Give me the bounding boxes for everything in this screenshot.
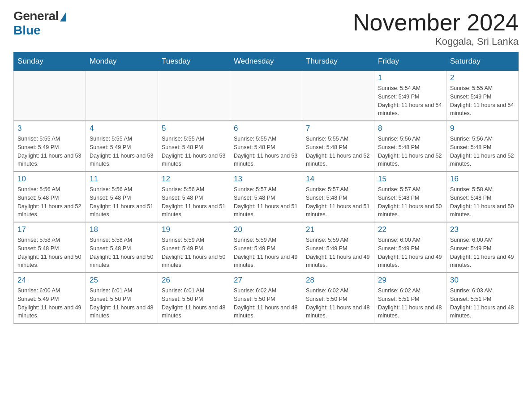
day-number: 4 xyxy=(90,124,154,133)
calendar-day-cell xyxy=(302,71,374,121)
calendar-day-cell: 14Sunrise: 5:57 AM Sunset: 5:48 PM Dayli… xyxy=(302,171,374,222)
calendar-day-cell: 19Sunrise: 5:59 AM Sunset: 5:49 PM Dayli… xyxy=(158,222,230,273)
day-number: 29 xyxy=(378,276,442,285)
calendar-day-cell: 17Sunrise: 5:58 AM Sunset: 5:48 PM Dayli… xyxy=(14,222,86,273)
weekday-header: Friday xyxy=(374,52,446,71)
day-info: Sunrise: 5:55 AM Sunset: 5:48 PM Dayligh… xyxy=(306,135,370,168)
calendar-day-cell: 15Sunrise: 5:57 AM Sunset: 5:48 PM Dayli… xyxy=(374,171,446,222)
day-info: Sunrise: 6:00 AM Sunset: 5:49 PM Dayligh… xyxy=(450,236,515,270)
day-number: 18 xyxy=(90,225,154,234)
day-info: Sunrise: 6:03 AM Sunset: 5:51 PM Dayligh… xyxy=(450,287,515,320)
day-info: Sunrise: 5:55 AM Sunset: 5:49 PM Dayligh… xyxy=(450,84,515,118)
day-number: 11 xyxy=(90,175,154,184)
page-header: General Blue November 2024 Koggala, Sri … xyxy=(13,9,519,47)
day-number: 19 xyxy=(162,225,226,234)
calendar-week-row: 24Sunrise: 6:00 AM Sunset: 5:49 PM Dayli… xyxy=(14,273,519,323)
calendar-day-cell: 29Sunrise: 6:02 AM Sunset: 5:51 PM Dayli… xyxy=(374,273,446,323)
calendar-day-cell xyxy=(158,71,230,121)
day-number: 24 xyxy=(17,276,82,285)
day-number: 15 xyxy=(378,175,442,184)
calendar-day-cell: 28Sunrise: 6:02 AM Sunset: 5:50 PM Dayli… xyxy=(302,273,374,323)
calendar-day-cell: 13Sunrise: 5:57 AM Sunset: 5:48 PM Dayli… xyxy=(230,171,302,222)
calendar-day-cell: 2Sunrise: 5:55 AM Sunset: 5:49 PM Daylig… xyxy=(446,71,519,121)
calendar-day-cell: 20Sunrise: 5:59 AM Sunset: 5:49 PM Dayli… xyxy=(230,222,302,273)
day-info: Sunrise: 5:57 AM Sunset: 5:48 PM Dayligh… xyxy=(306,185,370,219)
calendar-day-cell: 25Sunrise: 6:01 AM Sunset: 5:50 PM Dayli… xyxy=(86,273,158,323)
location: Koggala, Sri Lanka xyxy=(353,36,519,47)
day-number: 17 xyxy=(17,225,82,234)
calendar-day-cell: 22Sunrise: 6:00 AM Sunset: 5:49 PM Dayli… xyxy=(374,222,446,273)
day-info: Sunrise: 5:55 AM Sunset: 5:49 PM Dayligh… xyxy=(90,135,154,168)
calendar-day-cell: 24Sunrise: 6:00 AM Sunset: 5:49 PM Dayli… xyxy=(14,273,86,323)
day-number: 12 xyxy=(162,175,226,184)
calendar-week-row: 3Sunrise: 5:55 AM Sunset: 5:49 PM Daylig… xyxy=(14,121,519,171)
calendar-day-cell xyxy=(14,71,86,121)
calendar-day-cell: 4Sunrise: 5:55 AM Sunset: 5:49 PM Daylig… xyxy=(86,121,158,171)
day-number: 16 xyxy=(450,175,515,184)
day-number: 20 xyxy=(234,225,298,234)
month-title: November 2024 xyxy=(353,9,519,36)
day-number: 30 xyxy=(450,276,515,285)
calendar-day-cell: 8Sunrise: 5:56 AM Sunset: 5:48 PM Daylig… xyxy=(374,121,446,171)
calendar-week-row: 17Sunrise: 5:58 AM Sunset: 5:48 PM Dayli… xyxy=(14,222,519,273)
day-number: 2 xyxy=(450,73,515,82)
day-number: 26 xyxy=(162,276,226,285)
day-info: Sunrise: 5:56 AM Sunset: 5:48 PM Dayligh… xyxy=(378,135,442,168)
day-info: Sunrise: 5:59 AM Sunset: 5:49 PM Dayligh… xyxy=(162,236,226,270)
day-number: 9 xyxy=(450,124,515,133)
day-number: 5 xyxy=(162,124,226,133)
calendar-day-cell xyxy=(86,71,158,121)
day-info: Sunrise: 5:56 AM Sunset: 5:48 PM Dayligh… xyxy=(90,185,154,219)
day-info: Sunrise: 5:58 AM Sunset: 5:48 PM Dayligh… xyxy=(450,185,515,219)
day-info: Sunrise: 5:58 AM Sunset: 5:48 PM Dayligh… xyxy=(90,236,154,270)
calendar-day-cell: 3Sunrise: 5:55 AM Sunset: 5:49 PM Daylig… xyxy=(14,121,86,171)
day-info: Sunrise: 6:02 AM Sunset: 5:50 PM Dayligh… xyxy=(306,287,370,320)
day-number: 10 xyxy=(17,175,82,184)
day-info: Sunrise: 6:01 AM Sunset: 5:50 PM Dayligh… xyxy=(162,287,226,320)
day-number: 21 xyxy=(306,225,370,234)
calendar-day-cell: 10Sunrise: 5:56 AM Sunset: 5:48 PM Dayli… xyxy=(14,171,86,222)
day-info: Sunrise: 5:54 AM Sunset: 5:49 PM Dayligh… xyxy=(378,84,442,118)
calendar-day-cell: 30Sunrise: 6:03 AM Sunset: 5:51 PM Dayli… xyxy=(446,273,519,323)
logo-general-text: General xyxy=(13,9,59,23)
day-number: 8 xyxy=(378,124,442,133)
day-info: Sunrise: 6:02 AM Sunset: 5:51 PM Dayligh… xyxy=(378,287,442,320)
weekday-header: Tuesday xyxy=(158,52,230,71)
day-info: Sunrise: 5:59 AM Sunset: 5:49 PM Dayligh… xyxy=(306,236,370,270)
weekday-header: Wednesday xyxy=(230,52,302,71)
day-number: 23 xyxy=(450,225,515,234)
day-info: Sunrise: 6:00 AM Sunset: 5:49 PM Dayligh… xyxy=(378,236,442,270)
calendar-day-cell: 7Sunrise: 5:55 AM Sunset: 5:48 PM Daylig… xyxy=(302,121,374,171)
day-info: Sunrise: 5:59 AM Sunset: 5:49 PM Dayligh… xyxy=(234,236,298,270)
day-info: Sunrise: 5:56 AM Sunset: 5:48 PM Dayligh… xyxy=(17,185,82,219)
weekday-header: Monday xyxy=(86,52,158,71)
day-number: 14 xyxy=(306,175,370,184)
calendar-day-cell: 26Sunrise: 6:01 AM Sunset: 5:50 PM Dayli… xyxy=(158,273,230,323)
day-info: Sunrise: 5:57 AM Sunset: 5:48 PM Dayligh… xyxy=(378,185,442,219)
calendar-day-cell: 16Sunrise: 5:58 AM Sunset: 5:48 PM Dayli… xyxy=(446,171,519,222)
calendar-day-cell: 21Sunrise: 5:59 AM Sunset: 5:49 PM Dayli… xyxy=(302,222,374,273)
day-number: 22 xyxy=(378,225,442,234)
logo: General Blue xyxy=(13,9,66,38)
day-info: Sunrise: 5:57 AM Sunset: 5:48 PM Dayligh… xyxy=(234,185,298,219)
weekday-header: Thursday xyxy=(302,52,374,71)
weekday-header: Saturday xyxy=(446,52,519,71)
day-info: Sunrise: 6:02 AM Sunset: 5:50 PM Dayligh… xyxy=(234,287,298,320)
calendar-week-row: 1Sunrise: 5:54 AM Sunset: 5:49 PM Daylig… xyxy=(14,71,519,121)
day-number: 1 xyxy=(378,73,442,82)
calendar-week-row: 10Sunrise: 5:56 AM Sunset: 5:48 PM Dayli… xyxy=(14,171,519,222)
day-info: Sunrise: 5:56 AM Sunset: 5:48 PM Dayligh… xyxy=(162,185,226,219)
logo-blue-text: Blue xyxy=(13,23,41,38)
title-section: November 2024 Koggala, Sri Lanka xyxy=(353,9,519,47)
calendar-day-cell: 11Sunrise: 5:56 AM Sunset: 5:48 PM Dayli… xyxy=(86,171,158,222)
calendar-day-cell: 27Sunrise: 6:02 AM Sunset: 5:50 PM Dayli… xyxy=(230,273,302,323)
day-number: 13 xyxy=(234,175,298,184)
day-info: Sunrise: 6:01 AM Sunset: 5:50 PM Dayligh… xyxy=(90,287,154,320)
day-info: Sunrise: 6:00 AM Sunset: 5:49 PM Dayligh… xyxy=(17,287,82,320)
calendar-day-cell: 5Sunrise: 5:55 AM Sunset: 5:48 PM Daylig… xyxy=(158,121,230,171)
calendar-day-cell xyxy=(230,71,302,121)
day-number: 25 xyxy=(90,276,154,285)
calendar-day-cell: 12Sunrise: 5:56 AM Sunset: 5:48 PM Dayli… xyxy=(158,171,230,222)
weekday-header-row: SundayMondayTuesdayWednesdayThursdayFrid… xyxy=(14,52,519,71)
day-number: 27 xyxy=(234,276,298,285)
